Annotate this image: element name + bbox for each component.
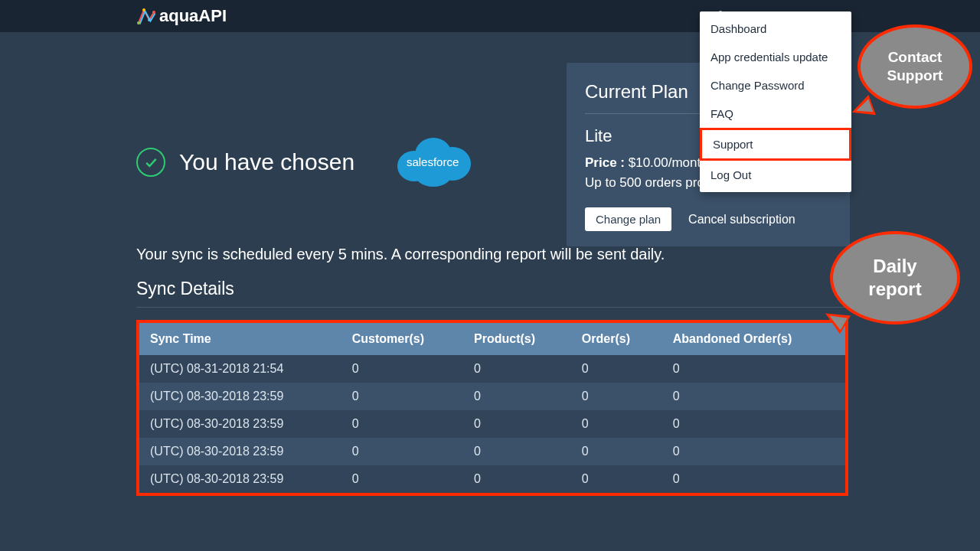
col-abandoned: Abandoned Order(s) [662,323,845,355]
dropdown-item-change-password[interactable]: Change Password [700,71,851,99]
dropdown-item-app-credentials-update[interactable]: App credentials update [700,43,851,71]
dropdown-item-log-out[interactable]: Log Out [700,161,851,189]
cell-orders: 0 [571,383,662,410]
cell-products: 0 [463,410,571,438]
cell-abandoned: 0 [662,438,845,465]
cell-orders: 0 [571,465,662,493]
brand-name: aquaAPI [159,6,227,26]
cancel-subscription-link[interactable]: Cancel subscription [688,213,795,227]
cell-products: 0 [463,355,571,383]
table-row: (UTC) 08-30-2018 23:590000 [139,410,845,438]
cell-customers: 0 [341,383,463,410]
cell-customers: 0 [341,410,463,438]
table-row: (UTC) 08-30-2018 23:590000 [139,383,845,410]
dropdown-item-dashboard[interactable]: Dashboard [700,15,851,43]
svg-point-0 [137,21,140,24]
cell-orders: 0 [571,355,662,383]
dropdown-item-faq[interactable]: FAQ [700,99,851,128]
svg-point-3 [152,11,155,14]
cell-time: (UTC) 08-30-2018 23:59 [139,383,341,410]
cell-products: 0 [463,465,571,493]
sync-details-heading: Sync Details [136,279,850,308]
svg-point-1 [142,8,145,11]
sync-table-highlight: Sync Time Customer(s) Product(s) Order(s… [136,320,848,496]
user-dropdown: DashboardApp credentials updateChange Pa… [700,11,851,192]
table-row: (UTC) 08-30-2018 23:590000 [139,465,845,493]
cell-time: (UTC) 08-30-2018 23:59 [139,438,341,465]
cell-time: (UTC) 08-31-2018 21:54 [139,355,341,383]
cell-customers: 0 [341,355,463,383]
cell-products: 0 [463,383,571,410]
change-plan-button[interactable]: Change plan [585,207,671,231]
cell-time: (UTC) 08-30-2018 23:59 [139,465,341,493]
cell-abandoned: 0 [662,410,845,438]
svg-point-2 [148,18,151,21]
cell-abandoned: 0 [662,383,845,410]
table-row: (UTC) 08-30-2018 23:590000 [139,438,845,465]
table-row: (UTC) 08-31-2018 21:540000 [139,355,845,383]
cell-products: 0 [463,438,571,465]
cell-customers: 0 [341,438,463,465]
callout-contact-support: Contact Support [858,24,972,109]
cell-time: (UTC) 08-30-2018 23:59 [139,410,341,438]
brand-logo[interactable]: aquaAPI [136,6,227,26]
col-products: Product(s) [463,323,571,355]
provider-label: salesforce [407,155,459,168]
brand-logo-icon [136,6,156,26]
chosen-text: You have chosen [179,149,354,175]
salesforce-logo: salesforce [391,132,474,192]
cell-abandoned: 0 [662,355,845,383]
callout-daily-report: Daily report [830,231,960,324]
sync-table: Sync Time Customer(s) Product(s) Order(s… [139,323,845,493]
cell-customers: 0 [341,465,463,493]
check-circle-icon [136,148,165,177]
col-orders: Order(s) [571,323,662,355]
cell-orders: 0 [571,438,662,465]
dropdown-item-support[interactable]: Support [700,128,851,161]
callout-text: Contact Support [887,48,943,85]
sync-schedule-text: Your sync is scheduled every 5 mins. A c… [136,246,850,263]
col-customers: Customer(s) [341,323,463,355]
cell-abandoned: 0 [662,465,845,493]
cell-orders: 0 [571,410,662,438]
callout-text: Daily report [868,255,921,301]
col-sync-time: Sync Time [139,323,341,355]
